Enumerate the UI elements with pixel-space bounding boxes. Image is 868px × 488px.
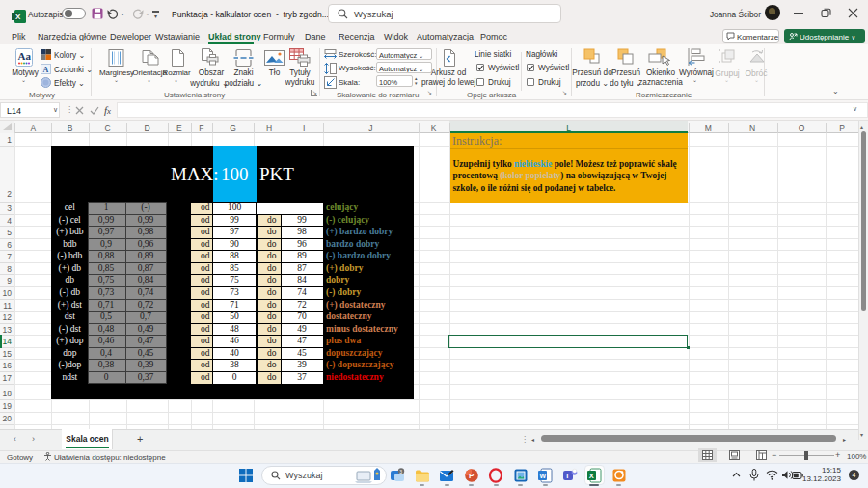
svg-text:A: A xyxy=(43,66,49,74)
svg-text:W: W xyxy=(540,473,547,479)
svg-text:X: X xyxy=(15,13,21,21)
svg-text:X: X xyxy=(589,472,594,480)
svg-text:P: P xyxy=(469,472,475,480)
svg-text:3: 3 xyxy=(399,469,402,474)
svg-text:Aa: Aa xyxy=(18,50,32,62)
svg-text:T: T xyxy=(565,472,570,480)
